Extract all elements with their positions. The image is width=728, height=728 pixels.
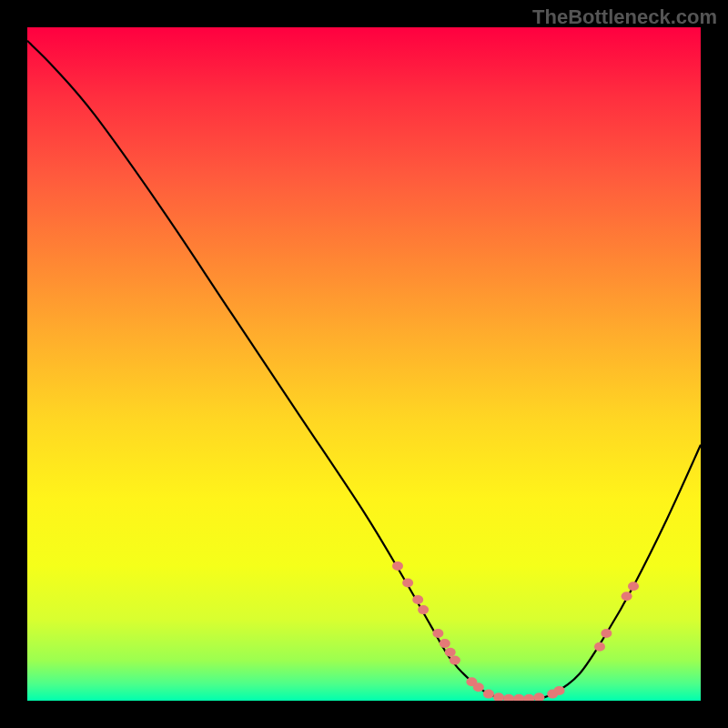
chart-marker [432,629,443,638]
chart-marker [594,642,605,652]
chart-marker [450,656,460,665]
chart-marker [513,694,524,701]
chart-marker [440,639,450,648]
chart-svg [27,27,701,701]
chart-marker [503,694,514,701]
chart-marker [622,592,632,601]
chart-marker [445,648,456,657]
chart-marker [418,605,429,614]
chart-marker [601,629,612,638]
chart-marker [554,686,565,695]
chart-marker [533,693,544,701]
chart-marker [402,579,413,588]
chart-curve [27,41,701,699]
chart-markers [392,561,639,701]
chart-marker [412,595,423,604]
chart-marker [523,694,534,701]
chart-marker [473,682,484,692]
chart-marker [493,693,504,701]
chart-plot-area [27,27,701,701]
chart-marker [483,690,494,699]
chart-marker [392,561,403,571]
watermark-text: TheBottleneck.com [532,5,717,29]
chart-marker [628,581,639,591]
